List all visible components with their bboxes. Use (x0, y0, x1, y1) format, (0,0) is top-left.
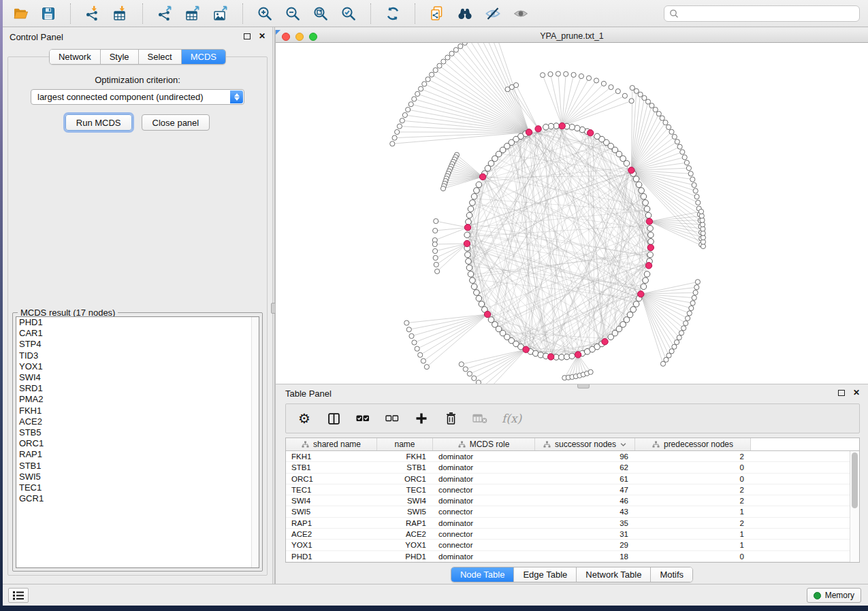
mcds-node[interactable] (647, 244, 654, 250)
add-column-button[interactable] (414, 411, 429, 426)
select-all-rows-button[interactable] (355, 411, 370, 426)
cell-shared-name[interactable]: SWI5 (286, 506, 377, 516)
network-canvas[interactable] (276, 43, 868, 384)
table-tab-node-table[interactable]: Node Table (451, 567, 515, 582)
cell-successor-nodes[interactable]: 35 (535, 518, 635, 528)
cell-predecessor-nodes[interactable]: 2 (635, 451, 751, 461)
table-row[interactable]: YOX1YOX1connector291 (286, 540, 859, 550)
mcds-result-item[interactable]: TEC1 (16, 482, 259, 493)
memory-button[interactable]: Memory (807, 588, 861, 603)
mcds-node[interactable] (484, 311, 490, 317)
show-all-button[interactable] (511, 4, 530, 23)
mcds-node[interactable] (464, 225, 470, 231)
mcds-result-item[interactable]: SWI5 (16, 472, 259, 482)
table-scrollbar[interactable] (850, 451, 859, 562)
zoom-fit-button[interactable] (311, 4, 330, 23)
mcds-node[interactable] (559, 122, 565, 129)
table-row[interactable]: TEC1TEC1connector472 (286, 484, 859, 495)
zoom-out-button[interactable] (283, 4, 302, 23)
network-graph[interactable] (276, 43, 868, 384)
mcds-result-item[interactable]: CAR1 (16, 328, 259, 339)
cell-predecessor-nodes[interactable]: 1 (635, 529, 751, 539)
column-header-name[interactable]: name (377, 438, 433, 450)
task-history-button[interactable] (8, 588, 29, 603)
run-mcds-button[interactable]: Run MCDS (65, 114, 132, 131)
mcds-node[interactable] (646, 218, 652, 225)
cell-predecessor-nodes[interactable]: 0 (635, 462, 751, 472)
cell-predecessor-nodes[interactable]: 0 (635, 474, 751, 484)
column-header-predecessor-nodes[interactable]: predecessor nodes (635, 438, 751, 450)
cell-successor-nodes[interactable]: 18 (535, 551, 635, 561)
cell-name[interactable]: ACE2 (377, 529, 433, 539)
cell-predecessor-nodes[interactable]: 1 (635, 540, 751, 550)
search-field[interactable] (664, 5, 860, 22)
mcds-node[interactable] (523, 346, 529, 352)
column-header-MCDS-role[interactable]: MCDS role (433, 438, 535, 450)
mcds-node[interactable] (535, 126, 541, 132)
mcds-node[interactable] (575, 352, 581, 358)
export-network-button[interactable] (155, 4, 174, 23)
cell-name[interactable]: TEC1 (377, 484, 433, 495)
open-session-button[interactable] (11, 4, 30, 23)
cell-name[interactable]: FKH1 (377, 451, 433, 461)
mcds-node[interactable] (588, 130, 594, 136)
table-row[interactable]: SWI5SWI5connector431 (286, 506, 859, 517)
cell-shared-name[interactable]: STB1 (286, 462, 377, 472)
cell-successor-nodes[interactable]: 31 (535, 529, 635, 539)
mcds-node[interactable] (464, 240, 470, 246)
cell-shared-name[interactable]: ORC1 (286, 474, 377, 484)
zoom-in-button[interactable] (255, 4, 274, 23)
hide-selected-button[interactable] (483, 4, 502, 23)
cell-predecessor-nodes[interactable]: 2 (635, 518, 751, 528)
cell-successor-nodes[interactable]: 47 (535, 484, 635, 495)
cell-name[interactable]: STB1 (377, 462, 433, 472)
cell-predecessor-nodes[interactable]: 2 (635, 495, 751, 506)
cell-predecessor-nodes[interactable]: 1 (635, 506, 751, 516)
mcds-result-item[interactable]: GCR1 (16, 493, 259, 504)
cell-successor-nodes[interactable]: 43 (535, 506, 635, 516)
cell-MCDS-role[interactable]: connector (433, 540, 535, 550)
tab-mcds[interactable]: MCDS (182, 50, 225, 64)
mcds-node[interactable] (548, 354, 554, 360)
first-neighbors-button[interactable] (455, 4, 475, 23)
zoom-selected-button[interactable] (339, 4, 358, 23)
cell-successor-nodes[interactable]: 96 (535, 451, 635, 461)
table-row[interactable]: SWI4SWI4dominator462 (286, 495, 859, 506)
mcds-result-list[interactable]: PHD1CAR1STP4TID3YOX1SWI4SRD1PMA2FKH1ACE2… (16, 316, 259, 568)
mcds-result-item[interactable]: TID3 (16, 350, 259, 361)
cell-shared-name[interactable]: PHD1 (286, 551, 377, 561)
table-row[interactable]: ACE2ACE2connector311 (286, 529, 859, 540)
cell-successor-nodes[interactable]: 29 (535, 540, 635, 550)
float-panel-icon[interactable] (244, 33, 251, 39)
cell-predecessor-nodes[interactable]: 2 (635, 484, 751, 495)
close-panel-icon[interactable]: ✕ (259, 33, 266, 39)
mcds-result-item[interactable]: YOX1 (16, 361, 259, 372)
cell-shared-name[interactable]: ACE2 (286, 529, 377, 539)
save-session-button[interactable] (39, 4, 58, 23)
import-network-button[interactable] (83, 4, 102, 23)
mcds-result-item[interactable]: STP4 (16, 339, 259, 350)
float-panel-icon[interactable] (838, 390, 845, 396)
mcds-list-scrollbar[interactable] (251, 317, 259, 567)
column-header-shared-name[interactable]: shared name (286, 438, 377, 450)
table-tab-network-table[interactable]: Network Table (577, 567, 651, 582)
horizontal-splitter-handle[interactable] (577, 384, 590, 389)
cell-successor-nodes[interactable]: 46 (535, 495, 635, 506)
cell-name[interactable]: RAP1 (377, 518, 433, 528)
tab-network[interactable]: Network (50, 50, 101, 64)
mcds-result-item[interactable]: SWI4 (16, 372, 259, 383)
table-row[interactable]: PHD1PHD1dominator180 (286, 551, 859, 562)
column-layout-button[interactable] (326, 411, 341, 426)
cell-MCDS-role[interactable]: connector (433, 529, 535, 539)
mcds-node[interactable] (602, 339, 608, 345)
table-tab-edge-table[interactable]: Edge Table (514, 567, 577, 582)
export-table-button[interactable] (183, 4, 202, 23)
mcds-result-item[interactable]: FKH1 (16, 406, 259, 416)
mcds-result-item[interactable]: SRD1 (16, 383, 259, 394)
tab-select[interactable]: Select (139, 50, 182, 64)
cell-shared-name[interactable]: TEC1 (286, 484, 377, 495)
mcds-node[interactable] (638, 291, 644, 297)
cell-MCDS-role[interactable]: dominator (433, 462, 535, 472)
clone-network-button[interactable] (428, 4, 447, 23)
cell-shared-name[interactable]: FKH1 (286, 451, 377, 461)
